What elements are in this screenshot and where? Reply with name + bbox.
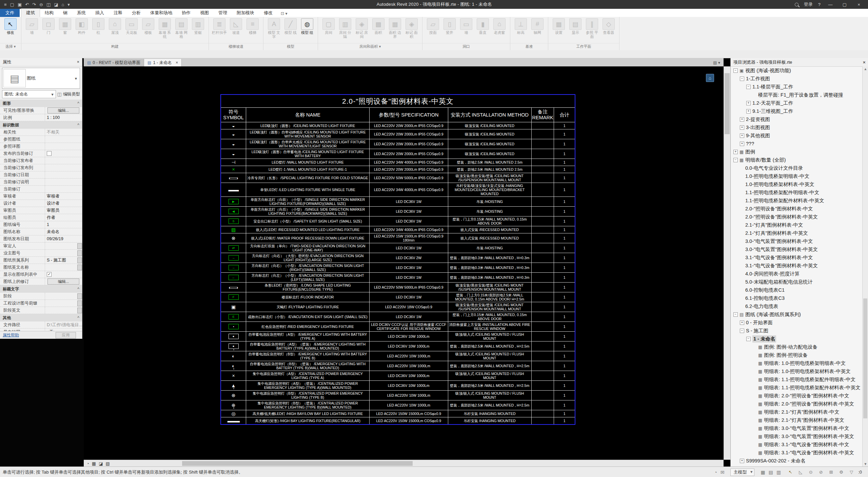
tile-views-icon[interactable]: ▤ <box>769 470 773 475</box>
ribbon-tab-分析[interactable]: 分析 <box>127 9 145 17</box>
tree-item[interactable]: 4.0-房间照明表-照度计算 <box>731 270 863 278</box>
tree-item[interactable]: 2.1-"灯具"图例材料表-中文 <box>731 221 863 229</box>
vertical-scrollbar[interactable] <box>724 66 731 460</box>
tree-expander-icon[interactable]: − <box>733 158 738 162</box>
view-tab[interactable]: ▤0 - REVIT - 模型启动界面 <box>84 59 144 66</box>
property-value[interactable]: 1 <box>45 221 82 228</box>
ribbon-tab-文件[interactable]: 文件 <box>0 9 20 17</box>
tree-item[interactable]: ▦明细表: 3.1-"电气设备"图例材料表-中文 <box>731 440 863 449</box>
tree-expander-icon[interactable]: + <box>740 459 744 463</box>
property-value[interactable]: 设计者 <box>45 200 82 207</box>
tree-item[interactable]: ▦明细表: 3.0-"电气装置"图例材料表-中英文 <box>731 432 863 440</box>
properties-help-link[interactable]: 属性帮助 <box>0 332 56 338</box>
minimize-button[interactable]: — <box>826 2 835 7</box>
design-options-dropdown[interactable]: 主模型 <box>730 469 754 476</box>
type-selector[interactable]: ▤ 图纸 ▾ <box>2 68 80 89</box>
ribbon-tab-建筑[interactable]: 建筑 <box>21 8 40 17</box>
apply-button[interactable]: 应用 <box>56 332 76 338</box>
drawing-area[interactable]: ⌂ 2.0-"照明设备"图例材料表-中英文 符号SYMBOL名称 NAME参数/… <box>84 66 724 460</box>
tree-item[interactable]: 1.0-照明电缆桥架明细表-中文 <box>731 172 863 180</box>
property-value[interactable]: 作者 <box>45 214 82 221</box>
tree-item[interactable]: +▦图例 <box>731 148 863 156</box>
tree-item[interactable]: 3.0-"电气装置"图例材料表-中文 <box>731 237 863 245</box>
ribbon-tab-附加模块[interactable]: 附加模块 <box>232 9 259 17</box>
tree-item[interactable]: ▦明细表: 2.0-"照明设备"图例材料表-中文 <box>731 392 863 400</box>
checkbox[interactable] <box>47 151 52 156</box>
select-links-icon[interactable]: ↖ <box>787 469 794 475</box>
property-value[interactable]: D:\工作\强电项目... <box>45 322 82 328</box>
scrollbar-thumb[interactable] <box>863 298 867 418</box>
browse-button[interactable] <box>77 257 82 263</box>
tree-expander-icon[interactable]: + <box>740 117 744 122</box>
open-icon[interactable]: ▢ <box>10 2 14 7</box>
instance-selector[interactable]: 图纸: 未命名 ▾ <box>2 90 56 98</box>
tree-expander-icon[interactable]: − <box>740 77 744 81</box>
checkbox[interactable]: ✓ <box>47 272 52 277</box>
worksharing-display-icon[interactable]: ◔ <box>714 470 717 475</box>
background-processes-icon[interactable]: ⚙ <box>838 469 845 475</box>
search-icon[interactable] <box>795 3 798 6</box>
tree-item[interactable]: 2.0-"照明设备"图例材料表-中文 <box>731 205 863 213</box>
tree-item[interactable]: 3.1-"电气设备"图例材料表-中英文 <box>731 262 863 270</box>
tree-item[interactable]: 5.0-末端配电箱柜配电信息统计 <box>731 278 863 286</box>
ribbon-tab-协作[interactable]: 协作 <box>177 9 195 17</box>
ribbon-display-toggle-icon[interactable]: ⊡ ▾ <box>281 11 287 17</box>
tree-item[interactable]: −▦明细表/数量 (全部) <box>731 156 863 164</box>
tree-item[interactable]: ▦明细表: 1.0-照明电缆桥架材料表-中英文 <box>731 367 863 375</box>
property-value[interactable]: 审图员 <box>45 207 82 214</box>
close-view-icon[interactable]: × <box>176 60 178 65</box>
undo-icon[interactable]: ↶ <box>25 2 29 7</box>
close-button[interactable]: × <box>854 2 863 7</box>
tree-item[interactable]: 2.0-"照明设备"图例材料表-中英文 <box>731 213 863 221</box>
ribbon-tab-管理[interactable]: 管理 <box>214 9 232 17</box>
navigation-bar-icon[interactable]: ⌂ <box>706 74 714 82</box>
tree-expander-icon[interactable]: + <box>746 109 751 113</box>
browse-button[interactable] <box>77 308 82 313</box>
ribbon-tab-插入[interactable]: 插入 <box>91 9 109 17</box>
tree-item[interactable]: 0.0-电气专业设计文件目录 <box>731 164 863 172</box>
tree-item[interactable]: ▦明细表: 3.1-"电气设备"图例材料表-中英文 <box>731 449 863 457</box>
tree-item[interactable]: 6.1-控制电缆表C3 <box>731 294 863 302</box>
select-underlay-elements-icon[interactable]: ◺ <box>797 469 804 475</box>
ribbon-button[interactable]: ↖修改 <box>3 18 18 35</box>
view-tab[interactable]: ▤1 - 未命名× <box>144 59 182 66</box>
property-value[interactable]: 编辑... <box>45 278 82 285</box>
browse-button[interactable] <box>77 243 82 249</box>
tree-item[interactable]: 6.2-电力电缆表 <box>731 302 863 310</box>
tree-expander-icon[interactable]: + <box>740 133 744 138</box>
property-value[interactable]: 不相关 <box>45 129 82 136</box>
app-menu-icon[interactable]: ≡ <box>4 2 7 7</box>
tree-item[interactable]: +2-提资视图 <box>731 115 863 123</box>
property-value[interactable]: 审核者 <box>45 193 82 200</box>
tree-item[interactable]: +S9999SA-002-202 - 未命名 <box>731 457 863 465</box>
save-icon[interactable]: ▣ <box>18 2 22 7</box>
tree-item[interactable]: ▦明细表: 1.1-照明电缆桥架配件材料表-中英文 <box>731 383 863 392</box>
tree-item[interactable]: ▦明细表: 2.1-"灯具"图例材料表-中英文 <box>731 416 863 424</box>
edit-type-button[interactable]: ◫ 编辑类型 <box>57 91 80 97</box>
ribbon-tab-钢[interactable]: 钢 <box>58 9 72 17</box>
tree-expander-icon[interactable]: − <box>733 68 738 73</box>
property-value[interactable]: 编辑... <box>45 107 82 114</box>
property-value[interactable]: 1 : 100 <box>45 114 82 121</box>
ribbon-button[interactable]: ◍模型 组 <box>299 18 315 35</box>
maximize-button[interactable]: ▢ <box>840 2 849 7</box>
property-value[interactable] <box>45 150 82 157</box>
tree-item[interactable]: 2.1-"灯具"图例材料表-中英文 <box>731 229 863 237</box>
browse-button[interactable] <box>77 265 82 270</box>
tree-item[interactable]: ▦图例: 图例-动力配电设备 <box>731 343 863 351</box>
scrollbar-thumb[interactable] <box>725 73 730 134</box>
view-scale-icon[interactable]: ◔ <box>86 461 89 466</box>
redo-icon[interactable]: ↷ <box>32 2 36 7</box>
tree-expander-icon[interactable]: + <box>740 142 744 146</box>
tree-expander-icon[interactable]: + <box>740 320 744 325</box>
tree-expander-icon[interactable]: − <box>740 329 744 333</box>
close-properties-icon[interactable]: × <box>77 60 79 64</box>
tree-item[interactable]: 1.0-照明电缆桥架材料表-中英文 <box>731 180 863 188</box>
tree-expander-icon[interactable]: − <box>746 337 751 341</box>
browse-button[interactable] <box>77 293 82 299</box>
tree-item[interactable]: +0 - 开始界面 <box>731 318 863 327</box>
tree-item[interactable]: ▦图例: 图例-照明设备 <box>731 351 863 359</box>
tree-item[interactable]: 1.1-照明电缆桥架配件材料表-中英文 <box>731 196 863 205</box>
tree-expander-icon[interactable]: + <box>746 101 751 105</box>
crop-view-icon[interactable]: ▧ <box>105 461 110 466</box>
